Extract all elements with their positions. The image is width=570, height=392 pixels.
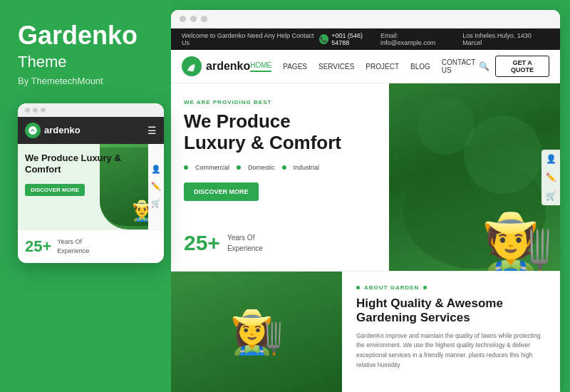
address-info: Los Inheles Hulyo, 1430 Marcel bbox=[462, 32, 549, 46]
sidebar-edit-icon[interactable]: ✏️ bbox=[544, 171, 557, 184]
about-title-line2: Gardening Services bbox=[356, 311, 470, 324]
theme-subtitle: Theme bbox=[18, 53, 157, 71]
mobile-preview-card: ardenko ☰ We Produce Luxury & Comfort DI… bbox=[18, 103, 164, 263]
gardener-image: 🧑‍🌾 bbox=[482, 214, 553, 271]
hero-left: WE ARE PROVIDING BEST We Produce Luxury … bbox=[171, 83, 389, 271]
about-title: Hight Quality & Awesome Gardening Servic… bbox=[356, 296, 546, 326]
tag-dot-3 bbox=[282, 165, 286, 170]
theme-title: Gardenko bbox=[18, 21, 157, 50]
about-section: ABOUT GARDEN Hight Quality & Awesome Gar… bbox=[342, 272, 560, 392]
hero-title-line1: We Produce bbox=[184, 110, 291, 132]
mobile-stat-line1: Years Of bbox=[57, 237, 89, 247]
email-info: Email: info@example.com bbox=[380, 32, 452, 46]
bottom-image: 👩‍🌾 bbox=[171, 272, 342, 392]
mobile-card-dots bbox=[18, 103, 164, 117]
mobile-stat-line2: Experience bbox=[57, 247, 89, 256]
stat-text-line1: Years Of bbox=[227, 232, 263, 243]
nav-logo: ardenko bbox=[182, 56, 250, 76]
search-icon[interactable]: 🔍 bbox=[479, 61, 489, 71]
hero-image: 🧑‍🌾 bbox=[389, 83, 560, 271]
theme-author: By ThemetechMount bbox=[18, 76, 157, 86]
top-bar-contact: Email: info@example.com Los Inheles Huly… bbox=[380, 32, 549, 46]
quote-button[interactable]: GET A QUOTE bbox=[495, 56, 549, 77]
tag-dot-1 bbox=[184, 165, 188, 170]
about-label: ABOUT GARDEN bbox=[356, 284, 546, 291]
nav-link-project[interactable]: PROJECT bbox=[366, 63, 399, 71]
gardener-bottom-image: 👩‍🌾 bbox=[171, 272, 342, 392]
mobile-stats: 25+ Years Of Experience bbox=[18, 229, 164, 263]
mobile-logo-icon bbox=[25, 123, 41, 138]
hero-right: 🧑‍🌾 👤 ✏️ 🛒 bbox=[389, 83, 560, 271]
nav-link-pages[interactable]: PAGES bbox=[283, 63, 307, 71]
left-panel: Gardenko Theme By ThemetechMount ardenko… bbox=[0, 0, 171, 392]
stat-number: 25+ bbox=[184, 231, 220, 255]
top-bar-phone: 📞 +001 (546) 54788 bbox=[319, 32, 380, 46]
browser-bar bbox=[171, 10, 560, 29]
dot-1 bbox=[25, 108, 30, 113]
hamburger-icon[interactable]: ☰ bbox=[147, 125, 157, 136]
hero-sidebar-icons: 👤 ✏️ 🛒 bbox=[542, 150, 560, 205]
tag-domestic: Domestic bbox=[248, 164, 275, 171]
hero-section: WE ARE PROVIDING BEST We Produce Luxury … bbox=[171, 83, 560, 271]
website-content: Welcome to Gardenko Need Any Help Contac… bbox=[171, 29, 560, 392]
hero-title-line2: Luxury & Comfort bbox=[184, 132, 341, 153]
nav-brand: ardenko bbox=[206, 60, 250, 73]
hero-title: We Produce Luxury & Comfort bbox=[184, 111, 376, 154]
nav-link-blog[interactable]: BLOG bbox=[410, 63, 430, 71]
mobile-hero-content: We Produce Luxury & Comfort DISCOVER MOR… bbox=[18, 144, 164, 205]
about-label-text: ABOUT GARDEN bbox=[364, 284, 419, 291]
about-title-line1: Hight Quality & Awesome bbox=[356, 296, 503, 310]
nav-links: HOME PAGES SERVICES PROJECT BLOG CONTACT… bbox=[250, 58, 479, 74]
mobile-hero: We Produce Luxury & Comfort DISCOVER MOR… bbox=[18, 144, 164, 229]
about-label-dot-left bbox=[356, 286, 360, 289]
main-nav: ardenko HOME PAGES SERVICES PROJECT BLOG… bbox=[171, 50, 560, 83]
logo-circle bbox=[182, 56, 202, 76]
about-label-dot-right bbox=[423, 286, 427, 289]
phone-number: +001 (546) 54788 bbox=[331, 32, 380, 46]
desktop-preview: Welcome to Gardenko Need Any Help Contac… bbox=[171, 10, 560, 392]
tag-commercial: Commercial bbox=[195, 164, 229, 171]
nav-right: 🔍 GET A QUOTE bbox=[479, 56, 549, 77]
bottom-section: 👩‍🌾 ABOUT GARDEN Hight Quality & Awesome… bbox=[171, 271, 560, 392]
mobile-nav: ardenko ☰ bbox=[18, 117, 164, 144]
mobile-stat-text: Years Of Experience bbox=[57, 237, 89, 255]
discover-button[interactable]: DISCOVER MORE bbox=[184, 182, 259, 201]
mobile-logo-text: ardenko bbox=[44, 125, 81, 135]
top-bar-welcome: Welcome to Gardenko Need Any Help Contac… bbox=[182, 32, 319, 46]
phone-icon: 📞 bbox=[319, 34, 329, 44]
nav-link-services[interactable]: SERVICES bbox=[318, 63, 354, 71]
mobile-discover-button[interactable]: DISCOVER MORE bbox=[25, 184, 85, 196]
sidebar-cart-icon[interactable]: 🛒 bbox=[544, 190, 557, 202]
mobile-hero-title: We Produce Luxury & Comfort bbox=[25, 153, 157, 177]
nav-link-contact[interactable]: CONTACT US bbox=[442, 58, 479, 74]
hero-label: WE ARE PROVIDING BEST bbox=[184, 99, 376, 105]
dot-3 bbox=[41, 108, 46, 113]
mobile-stat-number: 25+ bbox=[25, 237, 51, 256]
stat-text-line2: Experience bbox=[227, 243, 263, 254]
browser-dot-2 bbox=[190, 16, 197, 22]
browser-dot-1 bbox=[180, 16, 186, 22]
about-description: GardenKo improve and maintain the qualit… bbox=[356, 331, 546, 370]
tag-industrial: Industrial bbox=[294, 164, 320, 171]
sidebar-user-icon[interactable]: 👤 bbox=[544, 153, 557, 165]
mobile-logo: ardenko bbox=[25, 123, 81, 138]
hero-tags: Commercial Domestic Industrial bbox=[184, 164, 376, 171]
stat-text-block: Years Of Experience bbox=[227, 232, 263, 254]
hero-stats: 25+ Years Of Experience bbox=[184, 231, 376, 255]
nav-link-home[interactable]: HOME bbox=[250, 61, 271, 72]
browser-dot-3 bbox=[201, 16, 207, 22]
hero-main-content: WE ARE PROVIDING BEST We Produce Luxury … bbox=[184, 99, 376, 214]
top-bar: Welcome to Gardenko Need Any Help Contac… bbox=[171, 29, 560, 50]
tag-dot-2 bbox=[237, 165, 241, 170]
dot-2 bbox=[33, 108, 38, 113]
